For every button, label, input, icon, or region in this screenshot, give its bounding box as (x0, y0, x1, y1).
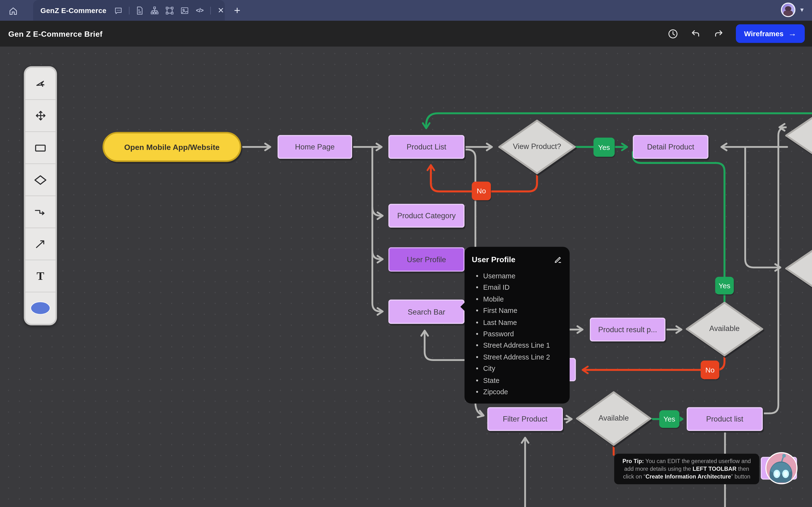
flow-node-product-category[interactable]: Product Category (388, 204, 464, 228)
decision-label: Available (575, 391, 652, 446)
pro-tip-toast: Pro Tip: You can EDIT the generated user… (614, 454, 759, 484)
cursor-icon (34, 77, 46, 90)
undo-icon[interactable] (690, 28, 702, 39)
flow-node-product-result[interactable]: Product result p... (590, 318, 666, 342)
badge-no-available-1[interactable]: No (701, 361, 719, 379)
redo-icon[interactable] (713, 28, 724, 39)
edge-branch-to-userprofile (372, 251, 382, 259)
tooltip-field-item: State (483, 375, 562, 387)
close-icon[interactable]: ✕ (216, 6, 226, 15)
pro-tip-text: Pro Tip: You can EDIT the generated user… (619, 457, 754, 481)
tooltip-field-item: Zipcode (483, 387, 562, 398)
top-tab-bar: GenZ E-Commerce </> (0, 0, 812, 21)
flow-decision-offscreen-1[interactable] (784, 95, 812, 176)
chevron-down-icon[interactable]: ▼ (799, 7, 805, 13)
arrow-right-icon: → (788, 29, 796, 38)
image-icon[interactable] (180, 6, 190, 15)
user-avatar[interactable] (781, 3, 796, 17)
tooltip-field-item: First Name (483, 305, 562, 317)
badge-label: No (477, 187, 486, 195)
divider (210, 6, 210, 14)
flow-node-user-profile[interactable]: User Profile (388, 247, 464, 272)
ellipse-icon (31, 301, 50, 315)
rectangle-icon (34, 141, 47, 155)
tooltip-field-item: Password (483, 329, 562, 340)
flow-node-detail-product[interactable]: Detail Product (633, 135, 709, 159)
decision-label: Available (685, 301, 764, 357)
node-label: Product List (407, 143, 446, 151)
badge-label: No (705, 366, 715, 374)
badge-yes-available-2[interactable]: Yes (659, 410, 679, 428)
node-label: Home Page (295, 143, 335, 151)
flow-decision-offscreen-2[interactable] (784, 228, 812, 309)
wireframes-label: Wireframes (744, 30, 783, 38)
node-label: Open Mobile App/Website (124, 143, 220, 151)
tooltip-field-item: Username (483, 271, 562, 282)
flow-node-product-list-lower[interactable]: Product list (687, 407, 763, 431)
node-label: Product list (706, 415, 743, 423)
comment-icon[interactable] (114, 6, 123, 15)
badge-label: Yes (663, 415, 675, 423)
flow-node-home-page[interactable]: Home Page (278, 135, 352, 159)
select-tool[interactable] (26, 68, 55, 100)
code-icon[interactable]: </> (195, 6, 204, 15)
edge-branch-to-searchbar (372, 147, 382, 312)
tooltip-title: User Profile (472, 255, 515, 264)
tooltip-field-item: Last Name (483, 317, 562, 329)
document-icon[interactable] (135, 6, 144, 15)
frame-icon[interactable] (165, 6, 174, 15)
badge-no-view-product[interactable]: No (472, 181, 491, 200)
tab-genz-ecommerce[interactable]: GenZ E-Commerce </> (33, 0, 225, 21)
node-label: User Profile (407, 256, 446, 264)
flow-decision-view-product[interactable]: View Product? (498, 119, 576, 175)
tooltip-field-item: Street Address Line 1 (483, 340, 562, 352)
tooltip-field-item: City (483, 363, 562, 375)
tooltip-field-item: Mobile (483, 294, 562, 305)
edge-productlist2-to-rightdiamond1 (764, 127, 786, 413)
app-window: GenZ E-Commerce </> (0, 0, 812, 507)
flow-decision-available-2[interactable]: Available (575, 391, 652, 446)
divider (129, 6, 129, 14)
arrow-tool[interactable] (26, 228, 55, 260)
decision-label: View Product? (498, 119, 576, 175)
tooltip-field-item: Street Address Line 2 (483, 352, 562, 363)
sitemap-icon[interactable] (150, 6, 159, 15)
node-label: Product result p... (598, 326, 657, 334)
diamond-tool[interactable] (26, 164, 55, 195)
node-label: Search Bar (408, 307, 445, 316)
rectangle-tool[interactable] (26, 132, 55, 163)
move-icon (34, 109, 47, 122)
robot-icon (766, 453, 796, 483)
edge-branch-to-productcategory (372, 207, 382, 216)
home-button[interactable] (6, 4, 20, 18)
page-title: Gen Z E-Commerce Brief (8, 29, 102, 38)
flow-node-open-app[interactable]: Open Mobile App/Website (102, 132, 241, 162)
diamond-icon (33, 173, 48, 187)
flow-node-product-list[interactable]: Product List (388, 135, 464, 159)
assistant-robot-avatar[interactable] (765, 452, 798, 484)
history-icon[interactable] (667, 28, 679, 39)
edge-available-yes-up-to-detail (633, 152, 724, 302)
edge-green-loop-to-productlist (426, 113, 812, 128)
ellipse-tool[interactable] (26, 292, 55, 324)
node-label: Filter Product (503, 415, 547, 423)
badge-yes-available-1[interactable]: Yes (715, 277, 734, 294)
flow-connectors (0, 47, 812, 507)
arrow-icon (34, 237, 47, 250)
node-label: Detail Product (647, 143, 694, 151)
text-tool[interactable]: T (26, 260, 55, 292)
move-tool[interactable] (26, 100, 55, 131)
edit-icon[interactable] (554, 255, 562, 266)
wireframes-button[interactable]: Wireframes → (736, 24, 805, 43)
diagram-canvas[interactable]: Open Mobile App/Website Home Page Produc… (0, 47, 812, 507)
flow-node-search-bar[interactable]: Search Bar (388, 300, 464, 324)
new-tab-button[interactable]: + (230, 3, 244, 18)
tooltip-field-list: UsernameEmail IDMobileFirst NameLast Nam… (472, 271, 562, 398)
user-profile-tooltip: User Profile UsernameEmail IDMobileFirst… (464, 247, 570, 403)
flow-node-filter-product[interactable]: Filter Product (487, 407, 563, 431)
flow-decision-available-1[interactable]: Available (685, 301, 764, 357)
home-icon (8, 6, 18, 16)
connector-tool[interactable] (26, 196, 55, 228)
edge-branch-to-rightdiamond2 (745, 147, 780, 268)
badge-yes-view-product[interactable]: Yes (594, 137, 615, 157)
